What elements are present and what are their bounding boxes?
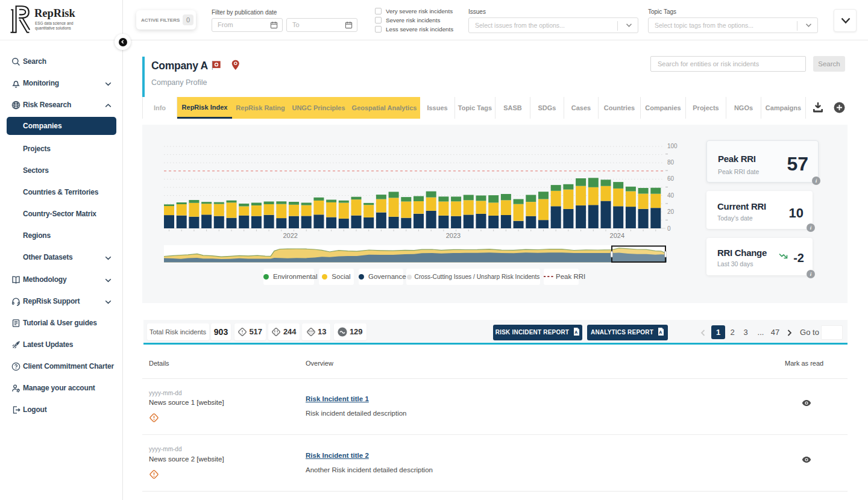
svg-text:2023: 2023: [446, 232, 461, 239]
svg-text:100: 100: [667, 143, 678, 149]
svg-text:2022: 2022: [283, 232, 297, 239]
svg-text:60: 60: [667, 175, 675, 182]
svg-text:A: A: [659, 330, 662, 334]
svg-text:0: 0: [667, 225, 671, 232]
svg-text:20: 20: [667, 208, 675, 215]
svg-text:2024: 2024: [610, 232, 624, 239]
svg-text:80: 80: [667, 159, 675, 166]
svg-text:40: 40: [667, 192, 675, 199]
svg-text:A: A: [574, 330, 577, 334]
